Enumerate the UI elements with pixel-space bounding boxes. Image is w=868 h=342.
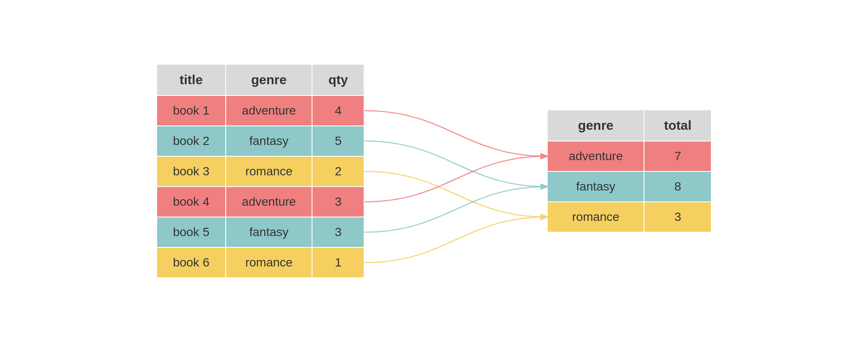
source-cell-qty: 2 [312,156,364,187]
source-cell-title: book 4 [157,187,226,217]
result-row: adventure7 [547,141,711,171]
source-cell-title: book 2 [157,126,226,156]
source-cell-qty: 4 [312,95,364,126]
source-cell-title: book 1 [157,95,226,126]
result-cell-total: 3 [644,202,711,232]
source-cell-genre: adventure [226,95,312,126]
arrow-svg [365,23,547,319]
source-row: book 4adventure3 [157,187,364,217]
result-cell-genre: romance [547,202,644,232]
source-col-genre: genre [226,64,312,95]
source-cell-genre: romance [226,247,312,278]
source-cell-title: book 5 [157,217,226,247]
result-cell-total: 8 [644,171,711,202]
source-col-qty: qty [312,64,364,95]
source-cell-genre: fantasy [226,217,312,247]
source-row: book 1adventure4 [157,95,364,126]
source-col-title: title [157,64,226,95]
source-cell-qty: 3 [312,187,364,217]
result-col-total: total [644,110,711,141]
result-table: genre total adventure7fantasy8romance3 [547,109,712,233]
arrow-area [365,23,547,319]
source-cell-genre: fantasy [226,126,312,156]
source-cell-genre: romance [226,156,312,187]
source-row: book 6romance1 [157,247,364,278]
source-cell-qty: 3 [312,217,364,247]
page-container: title genre qty book 1adventure4book 2fa… [0,0,868,342]
source-cell-qty: 1 [312,247,364,278]
result-col-genre: genre [547,110,644,141]
source-cell-title: book 6 [157,247,226,278]
source-cell-genre: adventure [226,187,312,217]
source-table-wrap: title genre qty book 1adventure4book 2fa… [156,64,365,278]
source-row: book 3romance2 [157,156,364,187]
result-table-wrap: genre total adventure7fantasy8romance3 [547,109,712,233]
result-row: romance3 [547,202,711,232]
source-row: book 2fantasy5 [157,126,364,156]
result-row: fantasy8 [547,171,711,202]
result-cell-genre: fantasy [547,171,644,202]
source-cell-qty: 5 [312,126,364,156]
result-cell-total: 7 [644,141,711,171]
result-cell-genre: adventure [547,141,644,171]
source-row: book 5fantasy3 [157,217,364,247]
source-table: title genre qty book 1adventure4book 2fa… [156,64,365,278]
source-cell-title: book 3 [157,156,226,187]
